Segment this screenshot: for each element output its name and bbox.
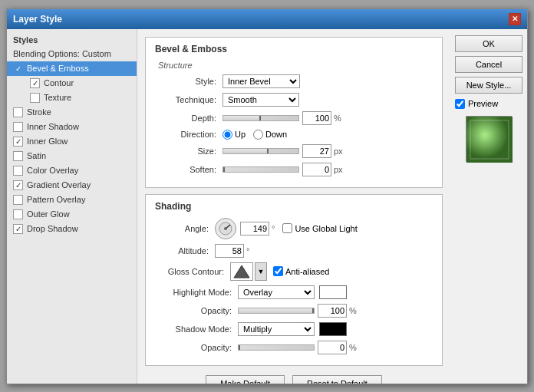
- highlight-mode-select[interactable]: Normal Dissolve Multiply Screen Overlay …: [238, 285, 315, 299]
- bevel-emboss-label: Bevel & Emboss: [27, 64, 89, 73]
- depth-row: Depth: %: [155, 111, 433, 125]
- cancel-button[interactable]: Cancel: [455, 56, 522, 73]
- sidebar-item-gradient-overlay[interactable]: ✓ Gradient Overlay: [7, 178, 137, 193]
- sidebar-item-outer-glow[interactable]: Outer Glow: [7, 207, 137, 222]
- sidebar-item-texture[interactable]: Texture: [7, 91, 137, 105]
- direction-up-radio[interactable]: [222, 130, 232, 140]
- size-slider[interactable]: [222, 148, 299, 154]
- pattern-overlay-label: Pattern Overlay: [27, 195, 85, 204]
- use-global-light-checkbox[interactable]: [282, 223, 292, 233]
- direction-row: Direction: Up Down: [155, 130, 433, 140]
- gloss-contour-preview[interactable]: [230, 262, 253, 281]
- satin-label: Satin: [27, 151, 46, 160]
- pattern-overlay-checkbox[interactable]: [13, 195, 23, 205]
- use-global-light-label[interactable]: Use Global Light: [282, 223, 357, 233]
- preview-checkbox[interactable]: [455, 99, 465, 109]
- shadow-mode-label: Shadow Mode:: [155, 324, 232, 334]
- ok-button[interactable]: OK: [455, 35, 522, 52]
- left-panel: Styles Blending Options: Custom ✓ Bevel …: [7, 29, 137, 384]
- titlebar: Layer Style ✕: [7, 9, 527, 29]
- angle-label: Angle:: [155, 224, 209, 233]
- texture-checkbox[interactable]: [30, 93, 40, 103]
- sidebar-item-contour[interactable]: ✓ Contour: [7, 76, 137, 91]
- color-overlay-checkbox[interactable]: [13, 166, 23, 176]
- angle-circle[interactable]: [215, 218, 236, 239]
- size-unit: px: [334, 147, 343, 156]
- anti-aliased-checkbox[interactable]: [273, 266, 283, 276]
- satin-checkbox[interactable]: [13, 151, 23, 161]
- sidebar-item-drop-shadow[interactable]: ✓ Drop Shadow: [7, 222, 137, 236]
- highlight-opacity-label: Opacity:: [155, 306, 232, 315]
- stroke-checkbox[interactable]: [13, 107, 23, 117]
- soften-row: Soften: px: [155, 163, 433, 176]
- shadow-opacity-input[interactable]: [318, 341, 347, 354]
- direction-down-label: Down: [265, 130, 287, 139]
- highlight-opacity-input[interactable]: [318, 304, 347, 318]
- inner-shadow-label: Inner Shadow: [27, 122, 79, 131]
- sidebar-item-inner-shadow[interactable]: Inner Shadow: [7, 120, 137, 134]
- outer-glow-checkbox[interactable]: [13, 209, 23, 219]
- layer-style-dialog: Layer Style ✕ Styles Blending Options: C…: [6, 8, 528, 384]
- drop-shadow-checkbox[interactable]: ✓: [13, 224, 23, 234]
- bevel-emboss-checkbox[interactable]: ✓: [13, 64, 23, 74]
- size-label: Size:: [155, 147, 216, 156]
- contour-checkbox[interactable]: ✓: [30, 78, 40, 88]
- soften-input[interactable]: [302, 163, 331, 176]
- blending-options-label[interactable]: Blending Options: Custom: [7, 48, 137, 60]
- size-input[interactable]: [302, 144, 331, 158]
- highlight-color-swatch[interactable]: [319, 285, 347, 299]
- depth-label: Depth:: [155, 114, 216, 123]
- inner-glow-checkbox[interactable]: ✓: [13, 137, 23, 147]
- styles-header: Styles: [7, 34, 137, 48]
- shading-section: Shading Angle: ° Use: [145, 194, 443, 366]
- shadow-mode-select[interactable]: Normal Dissolve Multiply Screen Overlay: [238, 322, 315, 336]
- new-style-button[interactable]: New Style...: [455, 77, 522, 94]
- shadow-color-swatch[interactable]: [319, 322, 347, 336]
- sidebar-item-color-overlay[interactable]: Color Overlay: [7, 163, 137, 178]
- shadow-opacity-slider[interactable]: [238, 344, 315, 351]
- size-row: Size: px: [155, 144, 433, 158]
- direction-up-label: Up: [235, 130, 246, 139]
- shadow-opacity-label: Opacity:: [155, 343, 232, 352]
- sidebar-item-pattern-overlay[interactable]: Pattern Overlay: [7, 193, 137, 207]
- sidebar-item-stroke[interactable]: Stroke: [7, 105, 137, 120]
- gradient-overlay-checkbox[interactable]: ✓: [13, 180, 23, 190]
- inner-glow-label: Inner Glow: [27, 137, 68, 146]
- shadow-opacity-unit: %: [349, 343, 357, 352]
- gloss-contour-dropdown[interactable]: ▼: [255, 262, 267, 281]
- svg-point-2: [224, 227, 227, 230]
- anti-aliased-label[interactable]: Anti-aliased: [273, 266, 329, 276]
- direction-down-radio[interactable]: [253, 130, 263, 140]
- technique-select[interactable]: Smooth Chisel Hard Chisel Soft: [222, 93, 299, 107]
- shadow-mode-row: Shadow Mode: Normal Dissolve Multiply Sc…: [155, 322, 433, 336]
- depth-input[interactable]: [302, 111, 331, 125]
- main-panel: Bevel & Emboss Structure Style: Inner Be…: [137, 29, 450, 384]
- preview-check-row: Preview: [455, 99, 522, 109]
- make-default-button[interactable]: Make Default: [206, 375, 285, 384]
- close-button[interactable]: ✕: [509, 13, 521, 25]
- shadow-opacity-row: Opacity: %: [155, 341, 433, 354]
- highlight-opacity-unit: %: [349, 306, 357, 315]
- angle-input[interactable]: [240, 222, 269, 236]
- depth-slider[interactable]: [222, 115, 299, 121]
- bevel-emboss-section: Bevel & Emboss Structure Style: Inner Be…: [145, 37, 443, 188]
- inner-shadow-checkbox[interactable]: [13, 122, 23, 132]
- style-select[interactable]: Inner Bevel Outer Bevel Emboss Pillow Em…: [222, 74, 300, 88]
- highlight-opacity-slider[interactable]: [238, 308, 315, 314]
- sidebar-item-bevel-emboss[interactable]: ✓ Bevel & Emboss: [7, 61, 137, 76]
- reset-to-default-button[interactable]: Reset to Default: [292, 375, 382, 384]
- sidebar-item-satin[interactable]: Satin: [7, 149, 137, 163]
- altitude-unit: °: [246, 246, 249, 255]
- direction-up-item: Up: [222, 130, 246, 140]
- altitude-input[interactable]: [215, 244, 244, 258]
- highlight-mode-label: Highlight Mode:: [155, 288, 232, 297]
- gloss-contour-row: Gloss Contour: ▼ Anti-aliased: [155, 262, 433, 281]
- technique-row: Technique: Smooth Chisel Hard Chisel Sof…: [155, 93, 433, 107]
- sidebar-item-inner-glow[interactable]: ✓ Inner Glow: [7, 134, 137, 149]
- style-row: Style: Inner Bevel Outer Bevel Emboss Pi…: [155, 74, 433, 88]
- stroke-label: Stroke: [27, 107, 51, 117]
- style-label: Style:: [155, 77, 216, 86]
- soften-slider[interactable]: [222, 166, 299, 173]
- direction-down-item: Down: [253, 130, 287, 140]
- texture-label: Texture: [44, 93, 71, 102]
